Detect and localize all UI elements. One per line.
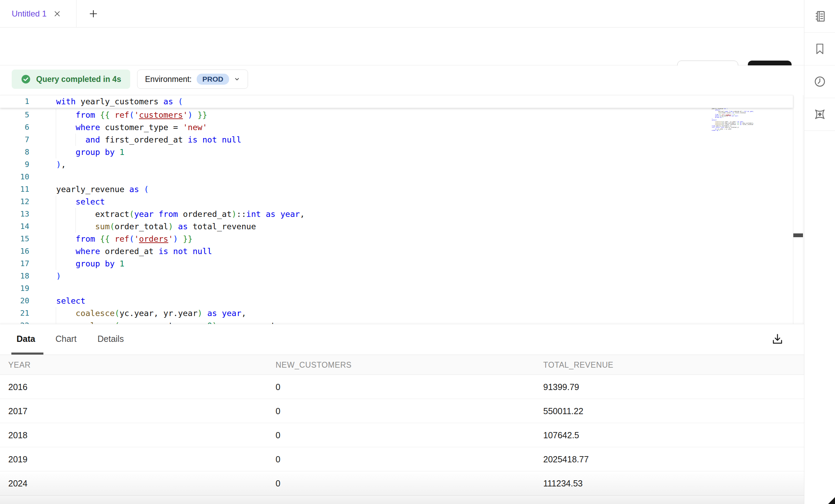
download-icon bbox=[771, 333, 787, 346]
line-number: 19 bbox=[0, 282, 37, 295]
new-tab-button[interactable] bbox=[83, 0, 104, 28]
table-cell: 0 bbox=[276, 375, 280, 399]
line-number: 16 bbox=[0, 245, 37, 258]
explore-compass-icon bbox=[813, 107, 827, 121]
results-tabbar: Data Chart Details bbox=[0, 324, 804, 355]
sql-editor[interactable]: Query completed in 4s Environment: PROD … bbox=[0, 65, 804, 324]
table-cell: 2017 bbox=[8, 399, 28, 423]
code-line: 20select bbox=[0, 295, 793, 307]
app-window: Untitled 1 Develop bbox=[0, 0, 835, 504]
line-number: 6 bbox=[0, 121, 37, 134]
indent-guide bbox=[75, 134, 76, 146]
line-number: 21 bbox=[0, 307, 37, 319]
line-number: 9 bbox=[0, 158, 37, 171]
tab-separator bbox=[76, 0, 76, 28]
resize-handle[interactable] bbox=[828, 497, 835, 504]
table-cell: 0 bbox=[276, 447, 280, 471]
code-line: 1with yearly_customers as ( bbox=[0, 95, 793, 108]
table-cell: 91399.79 bbox=[543, 375, 579, 399]
editor-toolbar: Develop Run bbox=[0, 28, 804, 65]
table-cell: 2024 bbox=[8, 471, 28, 495]
table-header: YEAR NEW_CUSTOMERS TOTAL_REVENUE bbox=[0, 355, 804, 375]
tab-details[interactable]: Details bbox=[97, 334, 124, 344]
column-header-year: YEAR bbox=[8, 355, 31, 375]
notebook-icon bbox=[813, 10, 826, 23]
indent-guide bbox=[56, 109, 56, 158]
indent-guide bbox=[56, 307, 56, 324]
close-tab-icon[interactable] bbox=[53, 10, 61, 18]
code-line: 21 coalesce(yc.year, yr.year) as year, bbox=[0, 307, 793, 319]
tab-chart[interactable]: Chart bbox=[55, 334, 76, 344]
query-status-text: Query completed in 4s bbox=[36, 75, 121, 84]
bookmark-icon bbox=[814, 42, 826, 55]
table-body: 2016091399.7920170550011.2220180107642.5… bbox=[0, 375, 804, 495]
code-line: 18) bbox=[0, 270, 793, 282]
tab-label: Untitled 1 bbox=[12, 9, 47, 19]
minimap-line: order by 1 bbox=[712, 130, 784, 131]
line-number: 14 bbox=[0, 220, 37, 233]
line-number: 11 bbox=[0, 183, 37, 196]
table-row: 20170550011.22 bbox=[0, 399, 804, 423]
line-number: 8 bbox=[0, 146, 37, 158]
download-button[interactable] bbox=[771, 331, 787, 347]
tab-data[interactable]: Data bbox=[17, 334, 35, 344]
table-row: 20240111234.53 bbox=[0, 471, 804, 495]
scrollbar-thumb[interactable] bbox=[793, 233, 803, 237]
check-circle-icon bbox=[21, 74, 31, 84]
right-sidebar bbox=[804, 0, 835, 504]
tab-bar: Untitled 1 bbox=[0, 0, 804, 28]
sidebar-item-history[interactable] bbox=[804, 65, 835, 98]
code-line: 6 where customer_type = 'new' bbox=[0, 121, 793, 134]
table-cell: 0 bbox=[276, 399, 280, 423]
table-cell: 2018 bbox=[8, 423, 28, 447]
tab-untitled-1[interactable]: Untitled 1 bbox=[0, 0, 76, 28]
code-line: 11yearly_revenue as ( bbox=[0, 183, 793, 196]
code-line: 15 from {{ ref('orders') }} bbox=[0, 233, 793, 245]
history-clock-icon bbox=[813, 75, 826, 88]
table-cell: 2025418.77 bbox=[543, 447, 589, 471]
line-number: 7 bbox=[0, 134, 37, 146]
line-number: 12 bbox=[0, 196, 37, 208]
code-line: 22 coalesce(yc.new_customers, 0) as new_… bbox=[0, 319, 793, 324]
line-number: 18 bbox=[0, 270, 37, 282]
environment-value-badge: PROD bbox=[197, 74, 229, 85]
results-panel: Data Chart Details YEAR NEW_CUSTOMERS TO… bbox=[0, 324, 804, 504]
sticky-scroll-line: 1with yearly_customers as ( bbox=[0, 95, 793, 108]
table-cell: 550011.22 bbox=[543, 399, 583, 423]
active-tab-indicator bbox=[11, 353, 43, 355]
plus-icon bbox=[89, 9, 98, 19]
code-line: 10 bbox=[0, 171, 793, 183]
table-cell: 0 bbox=[276, 471, 280, 495]
line-number: 20 bbox=[0, 295, 37, 307]
code-line: 17 group by 1 bbox=[0, 258, 793, 270]
table-cell: 2019 bbox=[8, 447, 28, 471]
environment-selector[interactable]: Environment: PROD bbox=[137, 70, 248, 89]
environment-label: Environment: bbox=[145, 75, 192, 84]
table-cell: 0 bbox=[276, 423, 280, 447]
code-area[interactable]: 5 from {{ ref('customers') }}6 where cus… bbox=[0, 109, 793, 324]
indent-guide bbox=[75, 208, 76, 233]
line-number: 17 bbox=[0, 258, 37, 270]
line-number: 22 bbox=[0, 319, 37, 324]
table-row: 201902025418.77 bbox=[0, 447, 804, 471]
horizontal-scrollbar[interactable] bbox=[0, 495, 804, 504]
code-line: 8 group by 1 bbox=[0, 146, 793, 158]
column-header-total-revenue: TOTAL_REVENUE bbox=[543, 355, 614, 375]
table-cell: 2016 bbox=[8, 375, 28, 399]
code-line: 12 select bbox=[0, 196, 793, 208]
query-status-pill: Query completed in 4s bbox=[12, 70, 130, 89]
code-line: 5 from {{ ref('customers') }} bbox=[0, 109, 793, 121]
sidebar-item-explore[interactable] bbox=[804, 98, 835, 131]
editor-scrollbar[interactable] bbox=[793, 95, 803, 324]
indent-guide bbox=[56, 196, 56, 270]
line-number: 5 bbox=[0, 109, 37, 121]
code-line: 7 and first_ordered_at is not null bbox=[0, 134, 793, 146]
chevron-down-icon bbox=[234, 76, 240, 82]
line-number: 13 bbox=[0, 208, 37, 220]
column-header-new-customers: NEW_CUSTOMERS bbox=[276, 355, 352, 375]
line-number: 15 bbox=[0, 233, 37, 245]
code-line: 19 bbox=[0, 282, 793, 295]
code-line: 14 sum(order_total) as total_revenue bbox=[0, 220, 793, 233]
sidebar-item-bookmarks[interactable] bbox=[804, 33, 835, 65]
sidebar-item-notebook[interactable] bbox=[804, 0, 835, 33]
